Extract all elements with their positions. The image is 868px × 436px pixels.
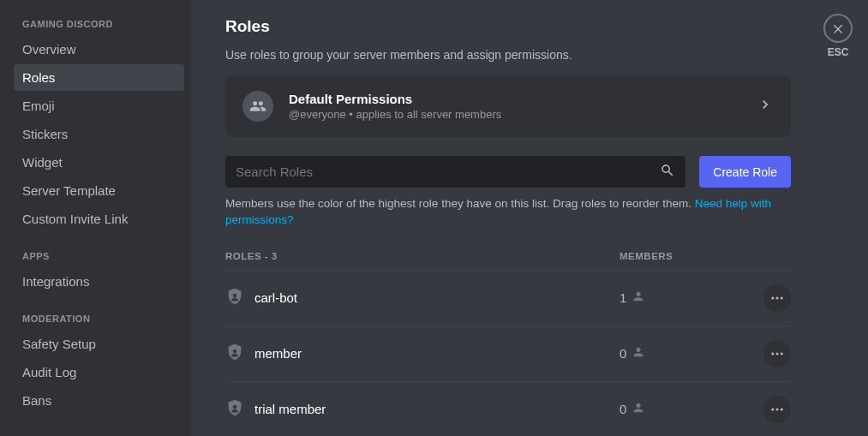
main-content: ESC Roles Use roles to group your server…: [191, 0, 868, 436]
sidebar-item-integrations[interactable]: Integrations: [14, 268, 184, 295]
settings-sidebar: GAMING DISCORD Overview Roles Emoji Stic…: [0, 0, 191, 436]
sidebar-item-label: Safety Setup: [22, 337, 96, 351]
role-member-count: 0: [620, 346, 626, 361]
role-row[interactable]: trial member 0: [225, 381, 791, 436]
page-title: Roles: [225, 17, 791, 36]
more-icon: [769, 402, 785, 417]
sidebar-item-bans[interactable]: Bans: [14, 387, 184, 414]
search-box[interactable]: [225, 156, 685, 188]
svg-point-6: [776, 352, 779, 355]
svg-point-7: [781, 352, 783, 355]
close-label: ESC: [823, 46, 853, 58]
svg-point-2: [776, 296, 779, 299]
sidebar-item-server-template[interactable]: Server Template: [14, 177, 184, 204]
sidebar-item-label: Custom Invite Link: [22, 212, 128, 226]
sidebar-item-stickers[interactable]: Stickers: [14, 121, 184, 147]
more-icon: [769, 346, 785, 361]
svg-point-10: [776, 408, 779, 410]
sidebar-item-label: Audit Log: [22, 365, 76, 379]
svg-point-5: [771, 352, 774, 355]
role-more-button[interactable]: [763, 284, 791, 312]
sidebar-item-emoji[interactable]: Emoji: [14, 93, 184, 119]
sidebar-item-label: Stickers: [22, 127, 68, 141]
close-area: ESC: [823, 14, 853, 58]
role-row[interactable]: carl-bot 1: [225, 270, 791, 326]
members-icon: [242, 91, 273, 122]
svg-point-11: [781, 408, 783, 410]
svg-point-3: [781, 296, 783, 299]
svg-point-0: [233, 294, 237, 298]
sidebar-item-roles[interactable]: Roles: [14, 64, 184, 91]
sidebar-item-overview[interactable]: Overview: [14, 36, 184, 63]
person-icon: [632, 401, 645, 417]
sidebar-item-custom-invite[interactable]: Custom Invite Link: [14, 206, 184, 232]
sidebar-section-header: MODERATION: [14, 308, 184, 329]
create-role-button[interactable]: Create Role: [699, 156, 791, 188]
roles-count-header: ROLES - 3: [225, 251, 620, 261]
svg-point-1: [771, 296, 774, 299]
sidebar-item-label: Emoji: [22, 99, 55, 113]
role-more-button[interactable]: [763, 340, 791, 367]
role-row[interactable]: member 0: [225, 326, 791, 381]
svg-point-4: [233, 349, 237, 354]
search-icon: [660, 163, 675, 182]
role-name: carl-bot: [254, 290, 297, 305]
person-icon: [632, 345, 645, 361]
sidebar-item-label: Overview: [22, 42, 76, 57]
shield-icon: [225, 287, 244, 308]
sidebar-section-header: APPS: [14, 246, 184, 266]
search-input[interactable]: [236, 156, 660, 188]
sidebar-item-label: Roles: [22, 70, 55, 85]
sidebar-item-label: Bans: [22, 393, 51, 408]
help-text-body: Members use the color of the highest rol…: [225, 197, 695, 210]
close-button[interactable]: [823, 14, 853, 43]
more-icon: [769, 290, 785, 306]
sidebar-item-audit-log[interactable]: Audit Log: [14, 359, 184, 385]
chevron-right-icon: [757, 96, 774, 116]
svg-point-9: [771, 408, 774, 410]
sidebar-item-label: Server Template: [22, 183, 116, 198]
role-name: member: [254, 346, 302, 361]
shield-icon: [225, 343, 244, 364]
sidebar-item-label: Integrations: [22, 274, 89, 289]
close-icon: [831, 21, 845, 35]
roles-table-header: ROLES - 3 MEMBERS: [225, 251, 791, 270]
role-more-button[interactable]: [763, 396, 791, 423]
help-text: Members use the color of the highest rol…: [225, 196, 791, 229]
default-permissions-title: Default Permissions: [289, 92, 741, 106]
default-permissions-card[interactable]: Default Permissions @everyone • applies …: [225, 75, 791, 137]
svg-point-8: [233, 405, 237, 409]
role-name: trial member: [254, 402, 326, 416]
default-permissions-subtitle: @everyone • applies to all server member…: [289, 108, 741, 121]
sidebar-section-header: GAMING DISCORD: [14, 14, 184, 34]
role-member-count: 0: [620, 402, 626, 416]
members-header: MEMBERS: [620, 251, 739, 261]
role-member-count: 1: [620, 290, 626, 305]
page-description: Use roles to group your server members a…: [225, 48, 791, 62]
sidebar-item-widget[interactable]: Widget: [14, 149, 184, 176]
sidebar-item-label: Widget: [22, 155, 63, 170]
person-icon: [632, 290, 645, 306]
shield-icon: [225, 398, 244, 420]
sidebar-item-safety-setup[interactable]: Safety Setup: [14, 331, 184, 357]
default-permissions-text: Default Permissions @everyone • applies …: [289, 92, 741, 121]
